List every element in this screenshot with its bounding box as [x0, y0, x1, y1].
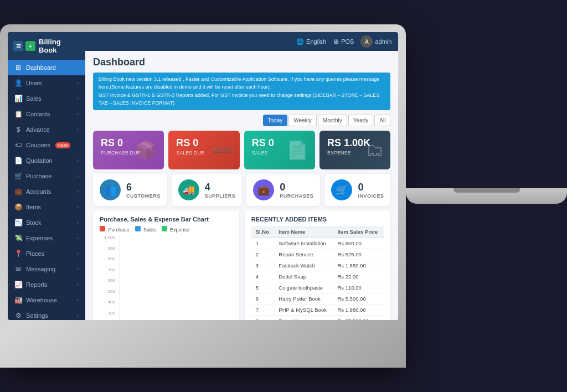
- sidebar-item-sales[interactable]: 📊 Sales ›: [8, 91, 85, 106]
- legend-sales: Sales: [135, 226, 156, 233]
- cell-slno: 2: [251, 249, 275, 260]
- sales-icon: 📄: [286, 140, 308, 161]
- chevron-icon: ›: [77, 266, 79, 272]
- screen: ☰ + Billing Book ⊞ Dashboard 👤 Users › 📊: [8, 32, 398, 320]
- invoices-icon-circle: 🛒: [331, 179, 352, 200]
- table-row: 5 Colgate toothpaste Rs 110.00: [251, 282, 384, 293]
- cell-slno: 7: [251, 305, 275, 316]
- purchases-count: 0: [280, 182, 313, 193]
- cell-price: Rs 5,500.00: [333, 293, 384, 305]
- sidebar-item-warehouse[interactable]: 🏭 Warehouse ›: [8, 292, 85, 308]
- info-card-invoices[interactable]: 🛒 0 INVOICES: [324, 174, 390, 206]
- customers-label: CUSTOMERS: [126, 193, 161, 199]
- accounts-icon: 💼: [14, 188, 22, 195]
- invoices-body: 0 INVOICES: [358, 182, 384, 199]
- cell-price: Rs 600.00: [333, 238, 384, 249]
- users-icon: 👤: [14, 79, 22, 87]
- sidebar-item-users[interactable]: 👤 Users ›: [8, 75, 85, 91]
- menu-icon-btn[interactable]: ☰: [13, 41, 23, 51]
- cell-slno: 5: [251, 282, 275, 293]
- advance-icon: $: [14, 126, 22, 133]
- cell-item-name: Colgate toothpaste: [274, 282, 333, 293]
- filter-yearly[interactable]: Yearly: [348, 115, 373, 126]
- sidebar-item-dashboard[interactable]: ⊞ Dashboard: [8, 60, 85, 75]
- recent-items-title: RECENTLY ADDED ITEMS: [251, 216, 384, 223]
- purchase-due-icon: 📦: [135, 140, 157, 161]
- legend-sales-dot: [135, 226, 141, 231]
- settings-icon: ⚙: [14, 312, 22, 319]
- table-row: 3 Fastrack Watch Rs 1,650.00: [251, 260, 384, 271]
- filter-all[interactable]: All: [374, 115, 390, 126]
- suppliers-body: 4 SUPPLIERS: [205, 182, 236, 199]
- add-icon-btn[interactable]: +: [25, 41, 35, 51]
- coupons-icon: 🏷: [14, 141, 22, 149]
- filter-monthly[interactable]: Monthly: [318, 115, 347, 126]
- legend-expense-dot: [162, 226, 167, 231]
- sidebar-nav: ⊞ Dashboard 👤 Users › 📊 Sales › 📋 Contac…: [8, 60, 85, 320]
- page-body: Dashboard Billing Book new version 3.1 r…: [85, 51, 398, 320]
- items-icon: 📦: [14, 203, 22, 211]
- table-row: 4 Dettol Soap Rs 22.00: [251, 271, 384, 282]
- cell-item-name: PHP & MySQL Book: [274, 305, 333, 316]
- sidebar-item-places[interactable]: 📍 Places ›: [8, 246, 85, 261]
- pos-button[interactable]: 🖥 POS: [333, 38, 354, 45]
- chevron-icon: ›: [77, 96, 79, 101]
- table-row: 8 Relax Watch Rs 27,500.00: [251, 316, 384, 321]
- topbar: 🌐 English 🖥 POS A admin: [85, 32, 398, 51]
- chevron-icon: ›: [77, 235, 79, 241]
- alert-text-2: GST Invoice & GSTR-1 & GSTR-3 Reports ad…: [99, 92, 385, 107]
- sidebar-item-accounts[interactable]: 💼 Accounts ›: [8, 184, 85, 199]
- table-row: 1 Software Installation Rs 600.00: [251, 238, 384, 249]
- dashboard-icon: ⊞: [14, 64, 22, 71]
- admin-menu[interactable]: A admin: [360, 35, 391, 48]
- chart-y-axis: 1,000 900 800 700 600 500 400 300 200: [100, 235, 117, 320]
- table-panel: RECENTLY ADDED ITEMS Sl.No Item Name Ite…: [245, 210, 391, 320]
- chart-bars-container: [120, 235, 233, 320]
- info-card-purchases[interactable]: 💼 0 PURCHASES: [246, 174, 320, 206]
- sidebar-item-stock[interactable]: 📉 Stock ›: [8, 215, 85, 230]
- sidebar-item-items[interactable]: 📦 Items ›: [8, 199, 85, 215]
- reports-icon: 📈: [14, 281, 22, 288]
- stat-card-sales-due: RS 0 SALES DUE ➖: [168, 131, 239, 169]
- sidebar-item-quotation[interactable]: 📄 Quotation ›: [8, 153, 85, 168]
- table-row: 7 PHP & MySQL Book Rs 1,980.00: [251, 305, 384, 316]
- cell-price: Rs 525.00: [333, 249, 384, 260]
- customers-count: 6: [126, 182, 161, 193]
- info-card-customers[interactable]: 👥 6 CUSTOMERS: [93, 174, 167, 206]
- brand-name: Billing Book: [39, 38, 80, 54]
- table-row: 2 Repair Service Rs 525.00: [251, 249, 384, 260]
- messaging-icon: ✉: [14, 265, 22, 273]
- chevron-icon: ›: [77, 189, 79, 194]
- filter-today[interactable]: Today: [263, 115, 288, 126]
- filter-weekly[interactable]: Weekly: [288, 115, 317, 126]
- bottom-section: Purchase, Sales & Expense Bar Chart Purc…: [93, 210, 390, 320]
- cell-item-name: Relax Watch: [274, 316, 333, 321]
- places-icon: 📍: [14, 250, 22, 257]
- cell-slno: 3: [251, 260, 275, 271]
- warehouse-icon: 🏭: [14, 296, 22, 304]
- stat-card-expense: RS 1.00K EXPENSE 🗂: [319, 131, 390, 169]
- purchases-label: PURCHASES: [280, 193, 313, 199]
- sidebar-item-contacts[interactable]: 📋 Contacts ›: [8, 106, 85, 122]
- purchases-icon-circle: 💼: [253, 179, 274, 200]
- info-card-suppliers[interactable]: 🚚 4 SUPPLIERS: [172, 174, 243, 206]
- chevron-icon: ›: [77, 158, 79, 163]
- cell-price: Rs 110.00: [333, 282, 384, 293]
- sidebar-item-reports[interactable]: 📈 Reports ›: [8, 277, 85, 292]
- sidebar-item-advance[interactable]: $ Advance ›: [8, 122, 85, 137]
- sidebar-item-settings[interactable]: ⚙ Settings ›: [8, 308, 85, 320]
- chart-title: Purchase, Sales & Expense Bar Chart: [100, 216, 233, 223]
- chart-panel: Purchase, Sales & Expense Bar Chart Purc…: [93, 210, 239, 320]
- sidebar-item-purchase[interactable]: 🛒 Purchase ›: [8, 168, 85, 184]
- expense-icon: 🗂: [366, 140, 384, 161]
- table-header-row: Sl.No Item Name Item Sales Price: [251, 226, 384, 238]
- invoices-label: INVOICES: [358, 193, 384, 199]
- recent-items-table: Sl.No Item Name Item Sales Price 1 Softw…: [251, 226, 384, 320]
- cell-item-name: Repair Service: [274, 249, 333, 260]
- stat-card-purchase-due: RS 0 PURCHASE DUE 📦: [93, 131, 164, 169]
- language-selector[interactable]: 🌐 English: [296, 38, 326, 45]
- sidebar-item-coupons[interactable]: 🏷 Coupons NEW: [8, 137, 85, 153]
- sidebar-item-expenses[interactable]: 💸 Expenses ›: [8, 230, 85, 246]
- col-item-name: Item Name: [274, 226, 333, 238]
- sidebar-item-messaging[interactable]: ✉ Messaging ›: [8, 261, 85, 277]
